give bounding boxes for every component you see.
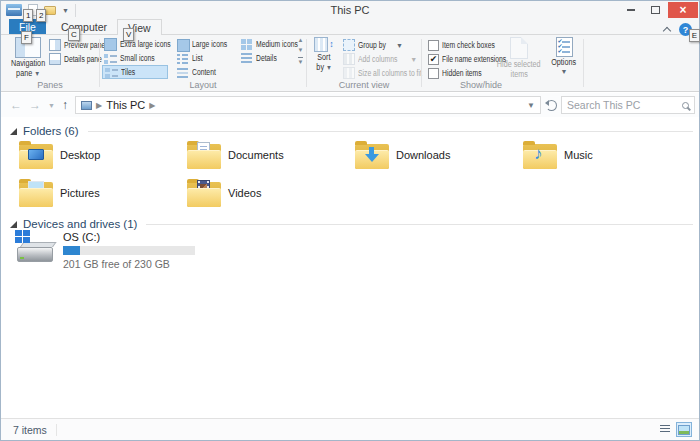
sort-by-button[interactable]: ↕ Sort by ▼ [310, 37, 338, 81]
keytip-help: E [689, 29, 700, 42]
status-separator [56, 424, 57, 436]
folder-name: Downloads [396, 149, 450, 161]
checkbox-icon [428, 68, 439, 79]
up-button[interactable]: ↑ [62, 99, 68, 111]
devices-section-header[interactable]: Devices and drives (1) [10, 217, 693, 231]
this-pc-icon [81, 101, 92, 110]
details-pane-icon [49, 53, 61, 65]
folder-name: Documents [228, 149, 284, 161]
options-button[interactable]: Options ▼ [546, 37, 582, 81]
folder-tile-videos[interactable]: Videos [187, 177, 351, 209]
recent-locations-dropdown[interactable]: ▼ [48, 102, 55, 109]
group-separator [583, 39, 584, 87]
ribbon-group-panes: Navigation pane ▼ Preview pane Details p… [1, 35, 99, 91]
keytip-view: V [123, 28, 134, 41]
status-bar: 7 items [1, 418, 699, 440]
layout-scroll-up-button[interactable]: ▲ [298, 37, 304, 43]
small-icons-icon [104, 52, 117, 65]
breadcrumb-arrow-icon[interactable]: ▶ [96, 101, 102, 110]
search-input[interactable] [567, 99, 678, 111]
refresh-icon[interactable] [546, 100, 557, 111]
search-box[interactable] [561, 96, 695, 114]
ribbon-group-show-hide: Item check boxes ✔ File name extensions … [422, 35, 583, 91]
large-icons-icon [176, 38, 189, 51]
ribbon-tab-row: File Computer View ? [1, 19, 699, 34]
music-folder-icon: ♪ [523, 141, 557, 169]
folder-name: Desktop [60, 149, 100, 161]
layout-tiles[interactable]: Tiles [102, 65, 168, 79]
hide-selected-items-icon [510, 37, 528, 59]
sort-by-icon [314, 37, 328, 52]
layout-scroll-down-button[interactable]: ▼ [298, 47, 304, 53]
ribbon-group-layout: Extra large icons Small icons Tiles Larg… [100, 35, 306, 91]
hard-drive-icon [15, 230, 55, 264]
folder-tile-pictures[interactable]: Pictures [19, 177, 183, 209]
folder-name: Music [564, 149, 593, 161]
keytip-qat1: 1 [23, 9, 33, 22]
thumbnail-view-icon [678, 425, 690, 435]
hide-selected-items-button[interactable]: Hide selected items [494, 37, 544, 81]
layout-details[interactable]: Details [238, 51, 284, 65]
folder-tile-desktop[interactable]: Desktop [19, 139, 183, 171]
group-by-icon [343, 39, 355, 51]
extra-large-icons-icon [104, 38, 117, 51]
folder-tile-documents[interactable]: Documents [187, 139, 351, 171]
window-title: This PC [1, 4, 699, 16]
documents-folder-icon [187, 141, 221, 169]
item-count: 7 items [13, 424, 47, 436]
videos-folder-icon [187, 179, 221, 207]
keytip-file: F [21, 31, 32, 44]
section-title: Devices and drives (1) [23, 218, 137, 230]
details-view-button[interactable] [657, 422, 673, 437]
tab-computer[interactable]: Computer [51, 19, 117, 34]
checkbox-icon [428, 40, 439, 51]
layout-content[interactable]: Content [174, 65, 224, 79]
collapse-triangle-icon[interactable] [10, 128, 17, 135]
folder-tile-music[interactable]: ♪ Music [523, 139, 687, 171]
add-columns-button[interactable]: Add columns ▼ [341, 52, 419, 66]
details-view-icon [240, 52, 253, 65]
layout-extra-large-icons[interactable]: Extra large icons [102, 37, 185, 51]
drive-capacity-bar [63, 246, 195, 255]
breadcrumb-location[interactable]: This PC [106, 99, 145, 111]
layout-large-icons[interactable]: Large icons [174, 37, 238, 51]
group-by-button[interactable]: Group by ▼ [341, 38, 405, 52]
drive-tile-os-c[interactable]: OS (C:) 201 GB free of 230 GB [15, 230, 245, 272]
layout-list[interactable]: List [174, 51, 207, 65]
collapse-triangle-icon[interactable] [10, 221, 17, 228]
minimize-ribbon-icon[interactable] [663, 27, 671, 35]
downloads-folder-icon [355, 141, 389, 169]
group-label-layout: Layout [100, 80, 306, 90]
content-icon [176, 66, 189, 79]
keytip-qat2: 2 [36, 9, 46, 22]
group-label-panes: Panes [1, 80, 99, 90]
ribbon: Navigation pane ▼ Preview pane Details p… [1, 34, 699, 92]
close-button[interactable]: × [668, 2, 698, 18]
search-icon [682, 102, 689, 109]
minimize-button[interactable] [618, 2, 643, 18]
breadcrumb-arrow-icon[interactable]: ▶ [149, 101, 155, 110]
layout-more-button[interactable]: ▼ [298, 57, 304, 65]
address-dropdown-icon[interactable]: ▼ [527, 101, 535, 110]
desktop-folder-icon [19, 141, 53, 169]
add-columns-icon [343, 53, 355, 65]
maximize-button[interactable] [643, 2, 668, 18]
back-button[interactable]: ← [10, 99, 22, 111]
size-columns-icon [343, 67, 355, 79]
thumbnail-view-button[interactable] [676, 422, 692, 437]
folder-tile-downloads[interactable]: Downloads [355, 139, 519, 171]
title-bar: ▼ This PC × [1, 1, 699, 19]
explorer-window: ▼ This PC × File Computer View ? 1 2 F C… [0, 0, 700, 441]
hidden-items-checkbox[interactable]: Hidden items [426, 66, 494, 80]
layout-small-icons[interactable]: Small icons [102, 51, 165, 65]
folder-name: Videos [228, 187, 261, 199]
address-bar[interactable]: ▶ This PC ▶ ▼ [75, 96, 541, 114]
drive-free-space: 201 GB free of 230 GB [63, 258, 195, 270]
folders-section-header[interactable]: Folders (6) [10, 124, 693, 138]
drive-name: OS (C:) [63, 231, 195, 244]
forward-button[interactable]: → [29, 99, 41, 111]
section-divider [88, 131, 693, 132]
address-toolbar: ← → ▼ ↑ ▶ This PC ▶ ▼ [1, 93, 699, 117]
list-icon [176, 52, 189, 65]
pictures-folder-icon [19, 179, 53, 207]
